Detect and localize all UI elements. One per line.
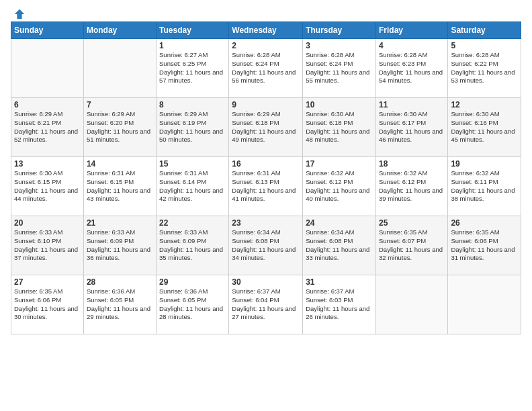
day-of-week-header: Friday bbox=[375, 22, 447, 39]
day-info: Sunrise: 6:35 AMSunset: 6:06 PMDaylight:… bbox=[451, 228, 518, 263]
calendar-day-cell: 31Sunrise: 6:37 AMSunset: 6:03 PMDayligh… bbox=[303, 275, 376, 334]
day-number: 19 bbox=[451, 159, 518, 169]
day-number: 14 bbox=[87, 159, 153, 169]
calendar-day-cell: 10Sunrise: 6:30 AMSunset: 6:18 PMDayligh… bbox=[303, 98, 376, 157]
calendar-day-cell: 19Sunrise: 6:32 AMSunset: 6:11 PMDayligh… bbox=[448, 157, 521, 216]
day-number: 25 bbox=[379, 218, 445, 228]
day-info: Sunrise: 6:37 AMSunset: 6:03 PMDaylight:… bbox=[306, 287, 373, 322]
day-info: Sunrise: 6:31 AMSunset: 6:13 PMDaylight:… bbox=[232, 169, 300, 203]
day-number: 1 bbox=[159, 41, 226, 50]
calendar: SundayMondayTuesdayWednesdayThursdayFrid… bbox=[11, 21, 521, 334]
day-of-week-header: Sunday bbox=[11, 22, 84, 39]
day-number: 20 bbox=[14, 218, 81, 228]
page: SundayMondayTuesdayWednesdayThursdayFrid… bbox=[0, 0, 532, 411]
calendar-day-cell: 29Sunrise: 6:36 AMSunset: 6:05 PMDayligh… bbox=[157, 275, 229, 334]
day-info: Sunrise: 6:34 AMSunset: 6:08 PMDaylight:… bbox=[306, 228, 373, 263]
day-number: 26 bbox=[451, 218, 518, 228]
day-info: Sunrise: 6:29 AMSunset: 6:19 PMDaylight:… bbox=[159, 110, 226, 144]
day-info: Sunrise: 6:32 AMSunset: 6:12 PMDaylight:… bbox=[306, 169, 373, 203]
day-number: 23 bbox=[232, 218, 300, 228]
calendar-day-cell: 17Sunrise: 6:32 AMSunset: 6:12 PMDayligh… bbox=[303, 157, 376, 216]
calendar-week-row: 13Sunrise: 6:30 AMSunset: 6:15 PMDayligh… bbox=[11, 157, 521, 216]
day-number: 8 bbox=[159, 100, 226, 109]
calendar-day-cell: 28Sunrise: 6:36 AMSunset: 6:05 PMDayligh… bbox=[83, 275, 156, 334]
calendar-day-cell: 9Sunrise: 6:29 AMSunset: 6:18 PMDaylight… bbox=[229, 98, 303, 157]
day-number: 7 bbox=[87, 100, 153, 109]
day-number: 3 bbox=[306, 41, 373, 50]
svg-marker-0 bbox=[15, 9, 24, 19]
day-number: 28 bbox=[87, 277, 153, 287]
day-number: 15 bbox=[159, 159, 226, 169]
day-number: 11 bbox=[379, 100, 445, 109]
day-info: Sunrise: 6:28 AMSunset: 6:24 PMDaylight:… bbox=[306, 51, 373, 85]
day-info: Sunrise: 6:28 AMSunset: 6:24 PMDaylight:… bbox=[232, 51, 300, 85]
logo bbox=[11, 8, 26, 17]
day-number: 12 bbox=[451, 100, 518, 109]
day-info: Sunrise: 6:35 AMSunset: 6:06 PMDaylight:… bbox=[14, 287, 81, 322]
day-info: Sunrise: 6:34 AMSunset: 6:08 PMDaylight:… bbox=[232, 228, 300, 263]
day-number: 17 bbox=[306, 159, 373, 169]
calendar-day-cell: 30Sunrise: 6:37 AMSunset: 6:04 PMDayligh… bbox=[229, 275, 303, 334]
calendar-day-cell: 4Sunrise: 6:28 AMSunset: 6:23 PMDaylight… bbox=[375, 39, 447, 98]
calendar-day-cell: 25Sunrise: 6:35 AMSunset: 6:07 PMDayligh… bbox=[375, 216, 447, 275]
calendar-day-cell: 1Sunrise: 6:27 AMSunset: 6:25 PMDaylight… bbox=[157, 39, 229, 98]
calendar-week-row: 20Sunrise: 6:33 AMSunset: 6:10 PMDayligh… bbox=[11, 216, 521, 275]
day-info: Sunrise: 6:35 AMSunset: 6:07 PMDaylight:… bbox=[379, 228, 445, 263]
day-info: Sunrise: 6:27 AMSunset: 6:25 PMDaylight:… bbox=[159, 51, 226, 85]
calendar-day-cell: 8Sunrise: 6:29 AMSunset: 6:19 PMDaylight… bbox=[157, 98, 229, 157]
calendar-day-cell bbox=[11, 39, 84, 98]
calendar-day-cell: 12Sunrise: 6:30 AMSunset: 6:16 PMDayligh… bbox=[448, 98, 521, 157]
day-info: Sunrise: 6:36 AMSunset: 6:05 PMDaylight:… bbox=[159, 287, 226, 322]
day-of-week-header: Wednesday bbox=[229, 22, 303, 39]
calendar-day-cell: 5Sunrise: 6:28 AMSunset: 6:22 PMDaylight… bbox=[448, 39, 521, 98]
day-number: 2 bbox=[232, 41, 300, 50]
calendar-day-cell: 21Sunrise: 6:33 AMSunset: 6:09 PMDayligh… bbox=[83, 216, 156, 275]
calendar-day-cell bbox=[448, 275, 521, 334]
day-info: Sunrise: 6:31 AMSunset: 6:15 PMDaylight:… bbox=[87, 169, 153, 203]
day-number: 27 bbox=[14, 277, 81, 287]
day-info: Sunrise: 6:29 AMSunset: 6:18 PMDaylight:… bbox=[232, 110, 300, 144]
day-info: Sunrise: 6:31 AMSunset: 6:14 PMDaylight:… bbox=[159, 169, 226, 203]
day-info: Sunrise: 6:37 AMSunset: 6:04 PMDaylight:… bbox=[232, 287, 300, 322]
header bbox=[11, 8, 521, 17]
day-number: 24 bbox=[306, 218, 373, 228]
logo-icon bbox=[13, 8, 26, 20]
calendar-day-cell bbox=[375, 275, 447, 334]
calendar-day-cell: 26Sunrise: 6:35 AMSunset: 6:06 PMDayligh… bbox=[448, 216, 521, 275]
day-info: Sunrise: 6:33 AMSunset: 6:09 PMDaylight:… bbox=[87, 228, 153, 263]
day-info: Sunrise: 6:29 AMSunset: 6:20 PMDaylight:… bbox=[87, 110, 153, 144]
calendar-day-cell: 15Sunrise: 6:31 AMSunset: 6:14 PMDayligh… bbox=[157, 157, 229, 216]
day-info: Sunrise: 6:28 AMSunset: 6:22 PMDaylight:… bbox=[451, 51, 518, 85]
day-number: 22 bbox=[159, 218, 226, 228]
day-number: 5 bbox=[451, 41, 518, 50]
calendar-day-cell: 16Sunrise: 6:31 AMSunset: 6:13 PMDayligh… bbox=[229, 157, 303, 216]
day-info: Sunrise: 6:33 AMSunset: 6:09 PMDaylight:… bbox=[159, 228, 226, 263]
day-info: Sunrise: 6:32 AMSunset: 6:12 PMDaylight:… bbox=[379, 169, 445, 203]
calendar-week-row: 1Sunrise: 6:27 AMSunset: 6:25 PMDaylight… bbox=[11, 39, 521, 98]
calendar-day-cell: 3Sunrise: 6:28 AMSunset: 6:24 PMDaylight… bbox=[303, 39, 376, 98]
calendar-day-cell: 6Sunrise: 6:29 AMSunset: 6:21 PMDaylight… bbox=[11, 98, 84, 157]
calendar-header-row: SundayMondayTuesdayWednesdayThursdayFrid… bbox=[11, 22, 521, 39]
day-number: 9 bbox=[232, 100, 300, 109]
calendar-day-cell bbox=[83, 39, 156, 98]
day-info: Sunrise: 6:30 AMSunset: 6:18 PMDaylight:… bbox=[306, 110, 373, 144]
day-info: Sunrise: 6:36 AMSunset: 6:05 PMDaylight:… bbox=[87, 287, 153, 322]
day-of-week-header: Monday bbox=[83, 22, 156, 39]
day-number: 29 bbox=[159, 277, 226, 287]
day-of-week-header: Tuesday bbox=[157, 22, 229, 39]
day-number: 18 bbox=[379, 159, 445, 169]
calendar-week-row: 27Sunrise: 6:35 AMSunset: 6:06 PMDayligh… bbox=[11, 275, 521, 334]
calendar-day-cell: 18Sunrise: 6:32 AMSunset: 6:12 PMDayligh… bbox=[375, 157, 447, 216]
day-info: Sunrise: 6:33 AMSunset: 6:10 PMDaylight:… bbox=[14, 228, 81, 263]
calendar-day-cell: 22Sunrise: 6:33 AMSunset: 6:09 PMDayligh… bbox=[157, 216, 229, 275]
day-number: 30 bbox=[232, 277, 300, 287]
day-number: 10 bbox=[306, 100, 373, 109]
day-info: Sunrise: 6:30 AMSunset: 6:16 PMDaylight:… bbox=[451, 110, 518, 144]
day-number: 4 bbox=[379, 41, 445, 50]
day-info: Sunrise: 6:30 AMSunset: 6:15 PMDaylight:… bbox=[14, 169, 81, 203]
calendar-day-cell: 7Sunrise: 6:29 AMSunset: 6:20 PMDaylight… bbox=[83, 98, 156, 157]
calendar-day-cell: 2Sunrise: 6:28 AMSunset: 6:24 PMDaylight… bbox=[229, 39, 303, 98]
day-number: 16 bbox=[232, 159, 300, 169]
calendar-day-cell: 14Sunrise: 6:31 AMSunset: 6:15 PMDayligh… bbox=[83, 157, 156, 216]
calendar-week-row: 6Sunrise: 6:29 AMSunset: 6:21 PMDaylight… bbox=[11, 98, 521, 157]
